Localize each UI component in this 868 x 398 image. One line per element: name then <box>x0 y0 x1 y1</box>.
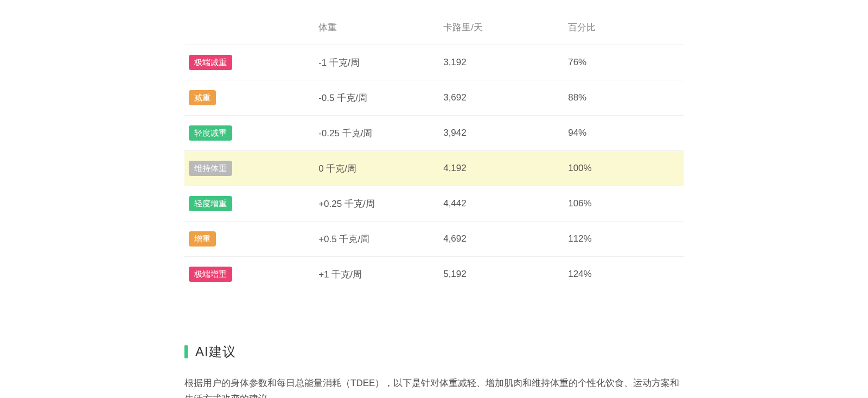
col-header-calories: 卡路里/天 <box>439 14 564 45</box>
row-percent-cell: 100% <box>564 151 684 186</box>
row-label-cell: 维持体重 <box>184 151 314 186</box>
row-percent-cell: 106% <box>564 186 684 222</box>
row-weight-cell: 0 千克/周 <box>314 151 439 186</box>
goal-badge: 极端减重 <box>189 55 232 70</box>
ai-section-title: AI建议 <box>195 343 236 361</box>
row-weight-cell: +1 千克/周 <box>314 257 439 292</box>
table-body: 极端减重-1 千克/周3,19276%减重-0.5 千克/周3,69288%轻度… <box>184 45 684 292</box>
row-label-cell: 增重 <box>184 222 314 257</box>
row-weight-cell: -1 千克/周 <box>314 45 439 80</box>
row-weight-cell: +0.25 千克/周 <box>314 186 439 222</box>
goal-badge: 增重 <box>189 231 216 247</box>
ai-section-body: 根据用户的身体参数和每日总能量消耗（TDEE），以下是针对体重减轻、增加肌肉和维… <box>184 376 684 398</box>
main-container: 体重 卡路里/天 百分比 极端减重-1 千克/周3,19276%减重-0.5 千… <box>184 0 684 398</box>
page-scroll-area[interactable]: 体重 卡路里/天 百分比 极端减重-1 千克/周3,19276%减重-0.5 千… <box>0 0 868 398</box>
row-label-cell: 轻度增重 <box>184 186 314 222</box>
col-header-percent: 百分比 <box>564 14 684 45</box>
row-calories-cell: 3,192 <box>439 45 564 80</box>
row-calories-cell: 4,442 <box>439 186 564 222</box>
row-calories-cell: 3,692 <box>439 80 564 116</box>
row-calories-cell: 4,192 <box>439 151 564 186</box>
row-label-cell: 减重 <box>184 80 314 116</box>
row-calories-cell: 5,192 <box>439 257 564 292</box>
table-head: 体重 卡路里/天 百分比 <box>184 14 684 45</box>
row-percent-cell: 88% <box>564 80 684 116</box>
row-label-cell: 极端减重 <box>184 45 314 80</box>
row-label-cell: 极端增重 <box>184 257 314 292</box>
ai-section-heading: AI建议 <box>184 343 684 361</box>
table-row: 减重-0.5 千克/周3,69288% <box>184 80 684 116</box>
row-calories-cell: 3,942 <box>439 116 564 151</box>
row-weight-cell: +0.5 千克/周 <box>314 222 439 257</box>
table-row: 维持体重0 千克/周4,192100% <box>184 151 684 186</box>
row-calories-cell: 4,692 <box>439 222 564 257</box>
table-row: 增重+0.5 千克/周4,692112% <box>184 222 684 257</box>
table-row: 轻度减重-0.25 千克/周3,94294% <box>184 116 684 151</box>
calorie-table: 体重 卡路里/天 百分比 极端减重-1 千克/周3,19276%减重-0.5 千… <box>184 14 684 292</box>
row-percent-cell: 94% <box>564 116 684 151</box>
col-header-label <box>184 14 314 45</box>
table-row: 极端增重+1 千克/周5,192124% <box>184 257 684 292</box>
heading-accent-bar <box>184 345 188 358</box>
row-weight-cell: -0.25 千克/周 <box>314 116 439 151</box>
goal-badge: 轻度增重 <box>189 196 232 211</box>
row-percent-cell: 124% <box>564 257 684 292</box>
table-row: 轻度增重+0.25 千克/周4,442106% <box>184 186 684 222</box>
goal-badge: 维持体重 <box>189 161 232 176</box>
table-row: 极端减重-1 千克/周3,19276% <box>184 45 684 80</box>
goal-badge: 极端增重 <box>189 267 232 282</box>
row-percent-cell: 112% <box>564 222 684 257</box>
goal-badge: 减重 <box>189 90 216 105</box>
row-weight-cell: -0.5 千克/周 <box>314 80 439 116</box>
row-label-cell: 轻度减重 <box>184 116 314 151</box>
row-percent-cell: 76% <box>564 45 684 80</box>
col-header-weight: 体重 <box>314 14 439 45</box>
goal-badge: 轻度减重 <box>189 125 232 141</box>
